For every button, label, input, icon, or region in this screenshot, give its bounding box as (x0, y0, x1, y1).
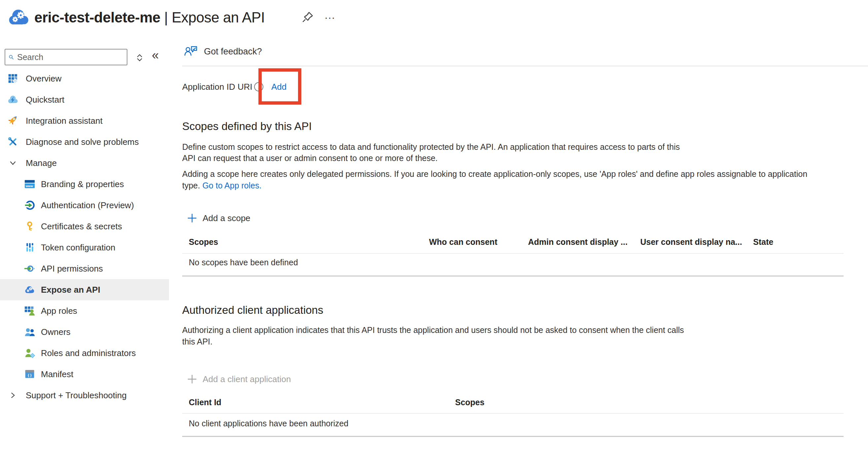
sliders-icon (24, 242, 35, 253)
sidebar-group-label: Support + Troubleshooting (26, 390, 127, 401)
sidebar-item-integration-assistant[interactable]: Integration assistant (0, 110, 169, 131)
table-divider (182, 436, 844, 437)
owners-icon (24, 326, 35, 337)
column-header: Admin consent display ... (528, 234, 627, 250)
add-a-scope-button[interactable]: Add a scope (186, 210, 250, 226)
add-a-client-application-label: Add a client application (203, 374, 291, 384)
sidebar-group-label: Manage (26, 158, 57, 168)
sidebar-nav: Overview Quickstart (0, 68, 169, 406)
quickstart-icon (7, 94, 19, 105)
pin-icon[interactable] (301, 10, 314, 24)
scopes-description: Define custom scopes to restrict access … (182, 141, 680, 164)
sidebar-item-roles-administrators[interactable]: Roles and administrators (0, 342, 169, 364)
sidebar-item-label: Authentication (Preview) (41, 200, 134, 210)
search-icon (8, 53, 14, 62)
sidebar-item-label: Diagnose and solve problems (26, 137, 139, 147)
sidebar-item-owners[interactable]: Owners (0, 321, 169, 342)
table-divider (182, 275, 844, 276)
scopes-note: Adding a scope here creates only delegat… (182, 168, 807, 191)
column-header: State (753, 234, 773, 250)
sidebar-item-label: Owners (41, 327, 71, 337)
sidebar-item-authentication[interactable]: Authentication (Preview) (0, 195, 169, 216)
expose-an-api-page: eric-test-delete-me | Expose an API … « (0, 0, 868, 458)
got-feedback-button[interactable]: Got feedback? (184, 42, 262, 61)
sidebar-item-label: Roles and administrators (41, 348, 136, 358)
scopes-table-header: Scopes Who can consent Admin consent dis… (169, 234, 844, 250)
plus-icon (186, 373, 198, 385)
roles-administrators-icon (24, 348, 35, 359)
sidebar-item-label: Branding & properties (41, 179, 124, 189)
add-a-scope-label: Add a scope (203, 213, 250, 223)
app-name: eric-test-delete-me (34, 9, 160, 25)
clients-empty-message: No client applications have been authori… (189, 416, 348, 431)
sidebar-item-expose-an-api[interactable]: Expose an API (0, 279, 169, 300)
application-id-uri-row: Application ID URI i Add (169, 78, 868, 95)
add-application-id-uri-link[interactable]: Add (271, 78, 286, 95)
manifest-icon: { } (24, 368, 35, 380)
search-input[interactable] (17, 53, 123, 62)
sidebar-item-overview[interactable]: Overview (0, 68, 169, 89)
plus-icon (186, 212, 198, 224)
authorized-clients-description: Authorizing a client application indicat… (182, 324, 684, 348)
key-icon (24, 221, 35, 232)
api-permissions-icon (24, 263, 35, 274)
sidebar-item-diagnose[interactable]: Diagnose and solve problems (0, 131, 169, 153)
scopes-section-title: Scopes defined by this API (182, 120, 312, 133)
chevron-right-icon (7, 390, 19, 401)
table-divider (182, 253, 844, 254)
sidebar-item-label: Certificates & secrets (41, 221, 122, 232)
toolbar-divider (182, 66, 868, 66)
add-a-client-application-button[interactable]: Add a client application (186, 371, 291, 387)
go-to-app-roles-link[interactable]: Go to App roles. (202, 181, 261, 190)
chevron-down-icon (7, 157, 19, 169)
content-pane: Got feedback? Application ID URI i Add S… (169, 39, 868, 458)
expand-collapse-all-icon[interactable] (135, 53, 145, 63)
column-header: Who can consent (429, 234, 497, 250)
column-header: Scopes (455, 394, 485, 410)
browser-window-icon: www (24, 178, 35, 190)
sidebar-item-api-permissions[interactable]: API permissions (0, 258, 169, 279)
svg-text:{ }: { } (28, 373, 31, 377)
sidebar-item-app-roles[interactable]: App roles (0, 300, 169, 321)
sidebar: « Overview (0, 39, 169, 458)
expose-api-icon (24, 284, 35, 295)
sidebar-item-certificates[interactable]: Certificates & secrets (0, 216, 169, 237)
page-title: eric-test-delete-me | Expose an API (34, 9, 265, 26)
sidebar-item-manifest[interactable]: { } Manifest (0, 364, 169, 385)
clients-table-header: Client Id Scopes (169, 394, 844, 410)
sidebar-item-label: Overview (26, 74, 61, 84)
tools-icon (7, 136, 19, 148)
expose-api-app-icon (7, 8, 31, 26)
sidebar-item-quickstart[interactable]: Quickstart (0, 89, 169, 110)
sidebar-group-manage[interactable]: Manage (0, 153, 169, 173)
sidebar-group-support-troubleshooting[interactable]: Support + Troubleshooting (0, 385, 169, 406)
column-header: User consent display na... (640, 234, 742, 250)
column-header: Scopes (189, 234, 218, 250)
sidebar-item-label: Token configuration (41, 242, 115, 253)
sidebar-item-label: API permissions (41, 264, 103, 274)
sidebar-item-label: Expose an API (41, 285, 100, 295)
scopes-empty-message: No scopes have been defined (189, 254, 298, 270)
sidebar-item-label: Integration assistant (26, 116, 103, 126)
rocket-icon (7, 115, 19, 126)
collapse-sidebar-icon[interactable]: « (152, 47, 159, 63)
sidebar-item-label: App roles (41, 306, 77, 316)
authorized-clients-section-title: Authorized client applications (182, 304, 323, 317)
sidebar-item-label: Quickstart (26, 95, 64, 105)
feedback-icon (184, 44, 199, 58)
svg-text:i: i (258, 84, 260, 90)
table-divider (182, 413, 844, 414)
blade-header: eric-test-delete-me | Expose an API … (0, 0, 868, 39)
sidebar-item-label: Manifest (41, 369, 73, 380)
app-roles-icon (24, 305, 35, 317)
sidebar-item-token-configuration[interactable]: Token configuration (0, 237, 169, 258)
got-feedback-label: Got feedback? (204, 46, 262, 57)
column-header: Client Id (189, 394, 221, 410)
sidebar-search (5, 49, 127, 65)
overview-icon (7, 73, 19, 84)
sidebar-item-branding[interactable]: www Branding & properties (0, 173, 169, 195)
page-title-suffix: | Expose an API (164, 9, 265, 25)
more-actions-button[interactable]: … (324, 8, 336, 22)
application-id-uri-label: Application ID URI (182, 78, 252, 95)
info-icon[interactable]: i (254, 82, 264, 92)
